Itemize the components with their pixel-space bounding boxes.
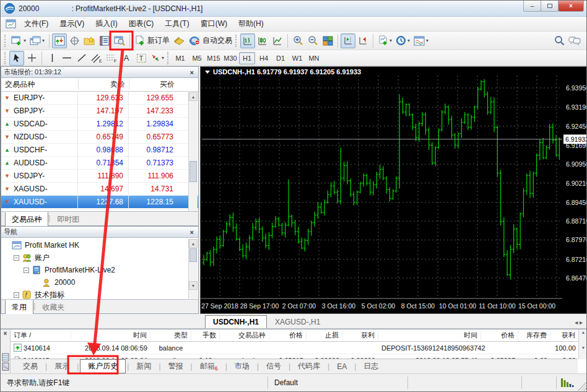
terminal-tab-7[interactable]: 市场 <box>228 360 256 373</box>
column-symbol[interactable]: 交易品种 <box>1 79 78 90</box>
menu-item-1[interactable]: 文件(F) <box>19 17 54 30</box>
navigator-close-icon[interactable]: × <box>188 229 196 236</box>
terminal-column-4[interactable]: 手数 <box>191 331 220 340</box>
scroll-up-icon[interactable]: ▴ <box>189 239 198 248</box>
candlestick-button[interactable] <box>255 33 270 48</box>
tree-expander-icon[interactable]: − <box>14 255 19 261</box>
terminal-tab-4[interactable]: 新闻 <box>130 360 157 373</box>
scroll-down-icon[interactable]: ▾ <box>579 345 587 351</box>
terminal-button[interactable] <box>97 33 112 48</box>
terminal-column-7[interactable]: 止损 <box>307 331 342 340</box>
terminal-scrollbar[interactable]: ▴ ▾ <box>578 329 587 359</box>
indicators-button[interactable]: ▾ <box>376 33 394 48</box>
market-watch-tab-2[interactable]: 即时图 <box>50 212 86 227</box>
line-chart-button[interactable] <box>270 33 285 48</box>
profiles-button[interactable]: ▾ <box>28 33 46 48</box>
terminal-column-12[interactable]: 获利 <box>550 331 579 340</box>
new-chart-button[interactable]: ▾ <box>9 33 28 48</box>
menu-item-5[interactable]: 工具(T) <box>159 17 194 30</box>
profiles-dropdown-icon[interactable]: ▾ <box>42 38 45 43</box>
terminal-tab-1[interactable]: 交易 <box>17 360 44 373</box>
restore-button[interactable] <box>541 1 559 12</box>
market-watch-row[interactable]: ▼GBPJPY-147.197147.233 <box>1 105 198 118</box>
market-watch-row[interactable]: ▲AUDUSD-0.713540.71373 <box>1 157 198 170</box>
timeframe-w1-button[interactable]: W1 <box>289 52 305 64</box>
navigator-node-2[interactable]: −账户 <box>4 251 198 264</box>
market-watch-row[interactable]: ▼XAUUSD-1227.681228.15 <box>1 196 198 209</box>
autotrading-button[interactable]: 自动交易 <box>187 33 234 48</box>
timeframe-mn-button[interactable]: MN <box>306 52 322 64</box>
menu-item-7[interactable]: 帮助(H) <box>233 17 269 30</box>
zoom-in-button[interactable] <box>290 33 305 48</box>
arrows-tool-button[interactable]: ▾ <box>149 51 166 66</box>
status-template[interactable]: Default <box>268 377 408 389</box>
navigator-node-4[interactable]: 20000 <box>4 276 198 289</box>
terminal-column-6[interactable]: 价格 <box>269 331 307 340</box>
periods-dropdown-icon[interactable]: ▾ <box>407 38 410 43</box>
market-watch-row[interactable]: ▼XAGUSD-14.69714.731 <box>1 183 198 196</box>
close-button[interactable]: × <box>558 1 584 12</box>
terminal-column-8[interactable]: 获利 <box>342 331 378 340</box>
menu-item-2[interactable]: 显示(V) <box>54 17 90 30</box>
terminal-column-1[interactable]: 订单 / <box>11 331 71 340</box>
navigator-node-3[interactable]: −ProfitMarketHK-Live2 <box>4 264 198 276</box>
market-watch-row[interactable]: ▲USDCAD-1.298121.29834 <box>1 118 198 131</box>
terminal-tab-9[interactable]: 代码库 <box>292 360 326 373</box>
crosshair-tool-button[interactable] <box>24 51 39 66</box>
chat-icon[interactable] <box>567 33 583 48</box>
navigator-node-1[interactable]: Profit Market HK <box>4 239 198 251</box>
terminal-row-1[interactable]: 34106142018.09.14 08:06:59balanceDEPOSIT… <box>11 342 579 354</box>
navigator-tab-1[interactable]: 常用 <box>5 300 33 315</box>
terminal-tab-3[interactable]: 账户历史 <box>80 359 126 373</box>
timeframe-m30-button[interactable]: M30 <box>222 52 238 64</box>
menu-item-3[interactable]: 插入(I) <box>90 17 123 30</box>
cursor-tool-button[interactable] <box>9 51 24 66</box>
arrows-dropdown-icon[interactable]: ▾ <box>162 55 164 61</box>
text-tool-button[interactable]: A <box>119 51 134 66</box>
terminal-close-icon[interactable]: × <box>1 329 10 337</box>
tree-expander-icon[interactable]: − <box>24 268 29 273</box>
timeframe-h4-button[interactable]: H4 <box>256 52 272 64</box>
column-ask[interactable]: 买价 <box>129 79 178 90</box>
terminal-tab-2[interactable]: 展示 <box>48 360 76 373</box>
scrollbar-thumb[interactable] <box>189 161 197 182</box>
menu-item-4[interactable]: 图表(C) <box>123 17 160 30</box>
market-watch-close-icon[interactable]: × <box>188 69 196 76</box>
fibonacci-tool-button[interactable]: F <box>104 51 119 66</box>
terminal-sidebar-icon[interactable] <box>2 353 9 372</box>
vertical-line-tool-button[interactable] <box>45 51 59 66</box>
market-watch-row[interactable]: ▼EURJPY-129.633129.655 <box>1 92 198 105</box>
scroll-up-icon[interactable]: ▴ <box>189 92 198 101</box>
chart-window-icon[interactable] <box>6 19 16 28</box>
scrollbar-thumb[interactable] <box>189 248 197 262</box>
chart-shift-button[interactable] <box>341 33 355 48</box>
terminal-column-5[interactable]: 交易品种 <box>220 331 269 340</box>
timeframe-m1-button[interactable]: M1 <box>172 52 188 64</box>
tile-windows-button[interactable] <box>320 33 335 48</box>
terminal-column-3[interactable]: 类型 <box>150 331 191 340</box>
timeframe-h1-button[interactable]: H1 <box>239 52 255 64</box>
terminal-tab-10[interactable]: EA <box>331 361 353 372</box>
periods-button[interactable]: ▾ <box>394 33 412 48</box>
terminal-tab-11[interactable]: 日志 <box>357 360 385 373</box>
timeframe-m15-button[interactable]: M15 <box>206 52 222 64</box>
market-watch-row[interactable]: ▼USDJPY-111.890111.906 <box>1 170 198 183</box>
market-watch-tab-1[interactable]: 交易品种 <box>5 212 48 227</box>
indicators-dropdown-icon[interactable]: ▾ <box>389 38 392 43</box>
terminal-column-11[interactable]: 库存费 <box>518 331 550 340</box>
terminal-column-9[interactable]: 时间 <box>378 331 481 340</box>
toolbar-grip[interactable] <box>4 52 7 64</box>
chart-tab-1[interactable]: USDCNH-,H1 <box>205 315 267 328</box>
toolbar-grip[interactable] <box>4 35 7 47</box>
horizontal-line-tool-button[interactable] <box>59 51 74 66</box>
new-order-button[interactable]: 新订单 <box>133 33 172 48</box>
resize-grip[interactable] <box>578 381 587 391</box>
terminal-column-2[interactable]: 时间 <box>71 331 150 340</box>
trendline-tool-button[interactable] <box>74 51 89 66</box>
tree-expander-icon[interactable]: − <box>14 292 19 298</box>
market-watch-button[interactable] <box>52 33 67 48</box>
terminal-column-10[interactable]: 价格 <box>481 331 518 340</box>
scroll-up-icon[interactable]: ▴ <box>579 329 587 335</box>
new-chart-dropdown-icon[interactable]: ▾ <box>24 38 26 43</box>
market-watch-row[interactable]: ▲USDCHF-0.986880.98712 <box>1 144 198 157</box>
